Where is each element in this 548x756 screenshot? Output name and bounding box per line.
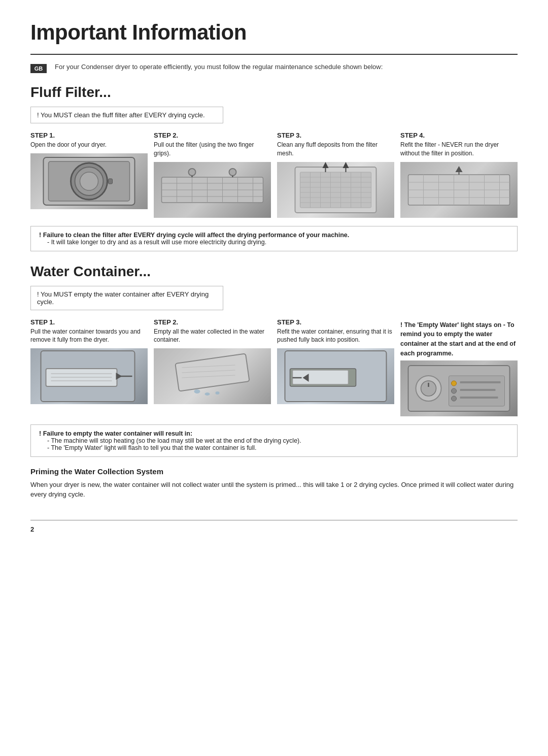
fluff-step-2-label: STEP 2. [154,132,271,139]
empty-water-note-text: ! The 'Empty Water' light stays on - To … [400,318,518,360]
fluff-step-1-text: Open the door of your dryer. [30,141,148,149]
water-warning-text: ! Failure to empty the water container w… [39,430,192,437]
intro-text: For your Condenser dryer to operate effi… [55,63,383,71]
water-step-2: STEP 2. Empty all the water collected in… [154,318,271,416]
fluff-filter-title: Fluff Filter... [30,84,518,101]
fluff-warning-item: It will take longer to dry and as a resu… [47,239,509,246]
fluff-warning-box: ! Failure to clean the filter after EVER… [30,226,518,251]
bottom-rule [30,520,518,520]
water-step-3-image [277,348,394,404]
svg-marker-48 [456,166,463,172]
fluff-step-1: STEP 1. Open the door of your dryer. [30,132,148,218]
water-step-4-note: ! The 'Empty Water' light stays on - To … [400,318,518,416]
water-step-1-text: Pull the water container towards you and… [30,327,148,345]
page-title: Important Information [30,20,518,45]
water-step-2-image [154,348,271,404]
fluff-step-4: STEP 4. Refit the filter - NEVER run the… [400,132,518,218]
svg-point-59 [205,392,210,396]
svg-rect-77 [460,381,501,383]
water-step-1-label: STEP 1. [30,318,148,326]
water-step-1-image [30,348,148,404]
water-step-2-text: Empty all the water collected in the wat… [154,327,271,345]
priming-text: When your dryer is new, the water contai… [30,480,518,500]
gb-badge: GB [30,64,47,73]
water-warning-box: ! Failure to empty the water container w… [30,424,518,457]
fluff-step-3-text: Clean any fluff deposits from the filter… [277,141,394,158]
svg-rect-21 [300,172,371,208]
water-notice-box: ! You MUST empty the water container aft… [30,286,223,310]
water-warning-list: The machine will stop heating (so the lo… [39,437,509,451]
svg-marker-35 [343,162,349,168]
fluff-filter-notice: ! You MUST clean the fluff filter after … [30,107,223,123]
svg-point-4 [80,172,98,190]
top-rule [30,54,518,55]
water-step-1: STEP 1. Pull the water container towards… [30,318,148,416]
fluff-step-3-image [277,162,394,218]
fluff-step-2-text: Pull out the filter (using the two finge… [154,141,271,158]
fluff-steps-row: STEP 1. Open the door of your dryer. STE… [30,132,518,218]
fluff-step-1-image [30,153,148,209]
fluff-step-4-text: Refit the filter - NEVER run the dryer w… [400,141,518,158]
svg-rect-5 [109,179,113,184]
fluff-notice-text: ! You MUST clean the fluff filter after … [37,111,205,119]
water-container-title: Water Container... [30,264,518,280]
water-step-2-label: STEP 2. [154,318,271,326]
water-warning-item-1: The machine will stop heating (so the lo… [47,437,509,444]
fluff-step-4-label: STEP 4. [400,132,518,139]
water-warning-item-2: The 'Empty Water' light will flash to te… [47,444,509,451]
fluff-step-1-label: STEP 1. [30,132,148,139]
fluff-step-2: STEP 2. Pull out the filter (using the t… [154,132,271,218]
fluff-step-4-image [400,162,518,218]
intro-row: GB For your Condenser dryer to operate e… [30,63,518,73]
svg-point-74 [452,381,457,386]
svg-point-17 [229,169,236,176]
page-number: 2 [30,525,34,533]
water-step-3-text: Refit the water container, ensuring that… [277,327,394,345]
svg-rect-79 [460,397,498,399]
fluff-step-2-image [154,162,271,218]
priming-title: Priming the Water Collection System [30,467,518,476]
svg-point-60 [216,391,220,395]
fluff-warning-list: It will take longer to dry and as a resu… [39,239,509,246]
water-step-3: STEP 3. Refit the water container, ensur… [277,318,394,416]
fluff-step-3: STEP 3. Clean any fluff deposits from th… [277,132,394,218]
water-steps-row: STEP 1. Pull the water container towards… [30,318,518,416]
svg-point-58 [194,389,200,393]
water-notice-text: ! You MUST empty the water container aft… [37,290,209,306]
svg-rect-78 [460,389,496,391]
svg-point-75 [452,388,457,393]
page: Important Information GB For your Conden… [0,0,548,756]
fluff-step-3-label: STEP 3. [277,132,394,139]
svg-point-16 [189,169,196,176]
water-step-3-label: STEP 3. [277,318,394,326]
svg-point-76 [452,396,457,401]
fluff-warning-text: ! Failure to clean the filter after EVER… [39,232,349,239]
svg-marker-34 [323,162,329,168]
water-step-4-image [400,360,518,416]
